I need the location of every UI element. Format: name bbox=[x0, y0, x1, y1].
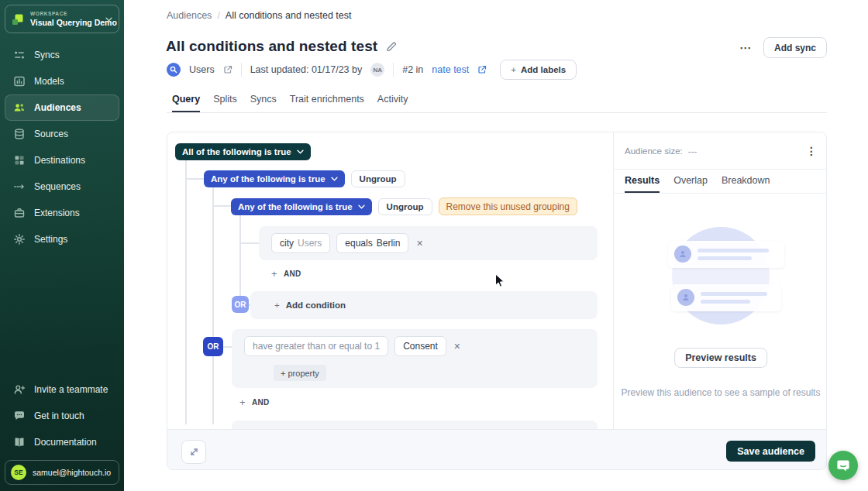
sidebar-item-label: Models bbox=[34, 76, 64, 87]
panel-options-button[interactable]: ⋮ bbox=[806, 146, 817, 156]
sidebar-item-sequences[interactable]: Sequences bbox=[5, 173, 119, 200]
tab-results[interactable]: Results bbox=[625, 170, 660, 193]
flow-link[interactable]: nate test bbox=[432, 64, 469, 75]
expand-editor-button[interactable] bbox=[181, 440, 206, 464]
syncs-icon bbox=[12, 49, 26, 61]
page-title: All conditions and nested test bbox=[166, 38, 377, 55]
nested-group-operator-dropdown[interactable]: Any of the following is true bbox=[231, 198, 372, 215]
plus-icon: + bbox=[511, 65, 516, 74]
tree-line bbox=[185, 160, 187, 424]
edit-title-icon[interactable] bbox=[386, 41, 397, 52]
add-labels-button[interactable]: + Add labels bbox=[500, 60, 577, 80]
condition-field-chip[interactable]: city Users bbox=[271, 233, 330, 253]
divider bbox=[241, 63, 242, 77]
add-condition-panel[interactable]: + Add condition bbox=[250, 291, 598, 319]
workspace-switcher[interactable]: WORKSPACE Visual Querying Demo bbox=[5, 5, 119, 33]
add-property-button[interactable]: + property bbox=[274, 365, 326, 381]
breadcrumb-separator: / bbox=[217, 10, 219, 21]
tab-breakdown[interactable]: Breakdown bbox=[722, 170, 770, 193]
tree-line bbox=[239, 242, 259, 244]
breadcrumb-audiences-link[interactable]: Audiences bbox=[167, 10, 212, 21]
models-icon bbox=[12, 75, 26, 88]
condition-operator-placeholder-chip[interactable]: have greater than or equal to 1 bbox=[244, 336, 388, 356]
tab-activity[interactable]: Activity bbox=[377, 94, 408, 112]
group-operator-dropdown[interactable]: Any of the following is true bbox=[204, 170, 345, 187]
extensions-icon bbox=[12, 207, 26, 219]
or-badge[interactable]: OR bbox=[203, 337, 223, 356]
condition-panel: city Users equals Berlin × bbox=[259, 226, 598, 260]
chat-bubble-icon bbox=[836, 458, 850, 472]
results-panel: Audience size: --- ⋮ Results Overlap Bre… bbox=[613, 132, 827, 429]
sidebar-item-extensions[interactable]: Extensions bbox=[5, 200, 119, 226]
workspace-label: WORKSPACE bbox=[30, 11, 99, 16]
invite-teammate-button[interactable]: Invite a teammate bbox=[5, 376, 119, 403]
sidebar-item-label: Settings bbox=[34, 234, 67, 245]
sidebar-item-settings[interactable]: Settings bbox=[5, 226, 119, 252]
or-badge[interactable]: OR bbox=[232, 296, 249, 313]
sidebar-item-audiences[interactable]: Audiences bbox=[5, 94, 119, 121]
save-audience-button[interactable]: Save audience bbox=[726, 441, 815, 462]
tab-splits[interactable]: Splits bbox=[213, 94, 237, 112]
account-email: samuel@hightouch.io bbox=[33, 468, 111, 477]
add-sync-button[interactable]: Add sync bbox=[763, 37, 827, 58]
preview-results-button[interactable]: Preview results bbox=[674, 348, 767, 368]
footer-item-label: Get in touch bbox=[34, 410, 84, 421]
more-options-button[interactable]: ⋯ bbox=[739, 42, 752, 53]
tree-line bbox=[212, 187, 214, 424]
model-name: Users bbox=[189, 64, 215, 75]
tab-trait-enrichments[interactable]: Trait enrichments bbox=[290, 94, 364, 112]
condition-event-chip[interactable]: Consent bbox=[394, 336, 446, 356]
tree-line bbox=[185, 178, 204, 180]
tree-line bbox=[222, 346, 232, 348]
sources-icon bbox=[12, 128, 26, 140]
plus-icon: + bbox=[239, 397, 246, 408]
ungroup-button[interactable]: Ungroup bbox=[351, 170, 405, 187]
audience-meta: Users Last updated: 01/17/23 by NA #2 in… bbox=[167, 61, 577, 78]
sidebar-nav: Syncs Models Audiences Sources Destinati… bbox=[0, 42, 124, 252]
person-icon bbox=[674, 246, 691, 263]
sidebar: WORKSPACE Visual Querying Demo Syncs Mod… bbox=[0, 0, 124, 491]
illustration-band bbox=[671, 268, 781, 285]
chevron-down-icon bbox=[297, 149, 304, 154]
remove-condition-icon[interactable]: × bbox=[453, 340, 462, 352]
person-plus-icon bbox=[12, 383, 26, 396]
expand-icon bbox=[189, 447, 199, 457]
sidebar-item-label: Sources bbox=[34, 129, 68, 139]
plus-icon: + bbox=[274, 300, 280, 310]
divider bbox=[393, 63, 394, 77]
add-and-condition-button[interactable]: + AND bbox=[271, 268, 301, 280]
ungroup-button[interactable]: Ungroup bbox=[378, 198, 432, 215]
gear-icon bbox=[12, 233, 26, 246]
sequences-icon bbox=[12, 180, 26, 193]
audiences-icon bbox=[12, 101, 26, 114]
flow-position-text: #2 in bbox=[402, 64, 423, 75]
account-menu[interactable]: SE samuel@hightouch.io bbox=[5, 460, 119, 485]
documentation-button[interactable]: Documentation bbox=[5, 429, 119, 455]
plus-icon: + bbox=[271, 268, 277, 280]
get-in-touch-button[interactable]: Get in touch bbox=[5, 403, 119, 429]
sidebar-item-label: Syncs bbox=[34, 50, 60, 60]
root-operator-dropdown[interactable]: All of the following is true bbox=[175, 143, 311, 160]
external-link-icon[interactable] bbox=[477, 65, 487, 74]
tree-line bbox=[239, 215, 241, 298]
sidebar-item-models[interactable]: Models bbox=[5, 68, 119, 94]
workspace-name: Visual Querying Demo bbox=[30, 18, 99, 27]
sidebar-item-destinations[interactable]: Destinations bbox=[5, 147, 119, 173]
condition-operator-chip[interactable]: equals Berlin bbox=[336, 233, 408, 253]
tab-overlap[interactable]: Overlap bbox=[673, 170, 708, 193]
builder-footer-bar: Save audience bbox=[167, 429, 826, 470]
add-and-condition-button[interactable]: + AND bbox=[239, 397, 269, 408]
hightouch-logo-icon bbox=[12, 13, 24, 26]
sidebar-item-sources[interactable]: Sources bbox=[5, 121, 119, 147]
remove-condition-icon[interactable]: × bbox=[415, 237, 424, 249]
sidebar-item-syncs[interactable]: Syncs bbox=[5, 42, 119, 68]
audience-size-value: --- bbox=[688, 146, 698, 156]
remove-unused-grouping-button[interactable]: Remove this unused grouping bbox=[439, 197, 577, 215]
chat-widget-button[interactable] bbox=[828, 451, 858, 480]
breadcrumb-current: All conditions and nested test bbox=[226, 10, 352, 21]
tab-query[interactable]: Query bbox=[172, 94, 200, 112]
results-tabs: Results Overlap Breakdown bbox=[614, 170, 827, 194]
tab-syncs[interactable]: Syncs bbox=[250, 94, 277, 112]
chevron-down-icon bbox=[331, 177, 338, 181]
external-link-icon[interactable] bbox=[223, 65, 232, 74]
